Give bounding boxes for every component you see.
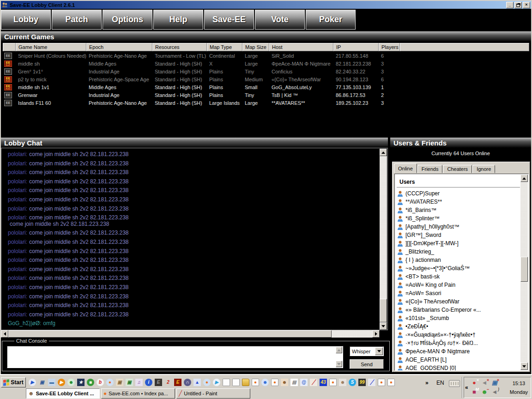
media-player-orange-icon[interactable]: ▶ (58, 379, 65, 386)
menu-options[interactable]: Options (103, 10, 152, 30)
blue-statue-icon[interactable]: ▲ (193, 379, 201, 386)
chat-input[interactable] (7, 346, 343, 368)
info-icon[interactable]: i (145, 379, 152, 386)
user-list-item[interactable]: *iß_Barins™ (397, 206, 520, 214)
user-list-item[interactable]: <BT> basti-sk (397, 272, 520, 281)
menu-lobby[interactable]: Lobby (1, 10, 51, 30)
user-list-item[interactable]: [GR™]_Sword (397, 231, 520, 239)
game-row[interactable]: p2 ty to mick Prehistoric Age-Space Age … (3, 75, 529, 83)
user-list-item[interactable]: ΦpeAce-MAN Φ Nigtmare (397, 347, 520, 356)
menu-poker[interactable]: Poker (306, 10, 356, 30)
green-window-icon[interactable]: ▣ (126, 379, 133, 386)
document-icon[interactable] (223, 379, 230, 386)
user-list-item[interactable]: AOE_GODSEND [0] (397, 364, 520, 371)
taskbar-window-lobby-client[interactable]: ☻ Save-EE Lobby Client ... (26, 388, 100, 399)
user-list-item[interactable]: -×«Ğuąяdiąиŝ»×-†•ÿąñкĕε•† (397, 331, 520, 339)
tab-cheaters[interactable]: Cheaters (443, 165, 472, 173)
document-2-icon[interactable] (232, 379, 240, 386)
ee-emblem-icon[interactable]: E (155, 379, 162, 386)
column-header[interactable]: IP (333, 43, 379, 51)
user-list-item[interactable]: «{Co}» TheArseofWar (397, 297, 520, 306)
star-flag-icon[interactable]: ★ (77, 379, 85, 386)
users-scrollbar[interactable] (520, 175, 528, 370)
restore-button[interactable] (514, 2, 522, 8)
column-header[interactable]: Resources (152, 43, 207, 51)
tab-friends[interactable]: Friends (417, 165, 443, 173)
firefox-2-icon[interactable]: ● (203, 379, 211, 386)
headphones-icon[interactable]: ∩ (184, 379, 191, 386)
cd-43-icon[interactable]: 43 (320, 379, 327, 386)
my-computer-icon[interactable]: ▣ (38, 379, 46, 386)
firefox-icon[interactable]: ● (106, 379, 114, 386)
skype-icon[interactable]: S (349, 379, 356, 386)
menu-help[interactable]: Help (153, 10, 203, 30)
scroll-right-button[interactable] (372, 330, 380, 338)
user-busy-icon[interactable]: ☻− (481, 388, 488, 395)
column-header[interactable] (400, 43, 529, 51)
firefox-doc-icon[interactable]: ● (252, 379, 259, 386)
user-list-item[interactable]: _Blitzkrieg_ (397, 248, 520, 256)
send-button[interactable]: Send (350, 359, 384, 369)
taskbar-window-paint[interactable]: ╱ Untitled - Paint (176, 388, 250, 399)
close-button[interactable]: × (523, 2, 530, 8)
scroll-thumb[interactable] (380, 299, 387, 322)
scroll-up-button[interactable] (380, 149, 387, 156)
scroll-left-button[interactable] (1, 330, 8, 338)
show-desktop-icon[interactable]: ▬ (48, 379, 55, 386)
game-row[interactable]: middle sh 1v1 Middle Ages Standard - Hig… (3, 83, 529, 91)
user-list-item[interactable]: =AoW= King of Pain (397, 281, 520, 289)
game-row[interactable]: Sniper Hunt (Colours Needed) Prehistoric… (3, 52, 529, 60)
icq-99-icon[interactable]: 99 (358, 379, 366, 386)
channel-dropdown-button[interactable] (375, 347, 383, 355)
quick-launch-overflow-chevron[interactable]: » (425, 380, 429, 386)
start-button[interactable]: Start (1, 377, 26, 387)
user-list-item[interactable]: { I } actionman (397, 256, 520, 264)
msn-messenger-icon[interactable]: ☻ (67, 379, 75, 386)
column-header[interactable]: Host (269, 43, 333, 51)
column-header[interactable]: Players (379, 43, 400, 51)
purple-music-icon[interactable]: ♫ (135, 379, 143, 386)
user-list-item[interactable]: =AoW= Sasori (397, 289, 520, 297)
firefox-doc-4-icon[interactable]: ● (378, 379, 385, 386)
user-list-item[interactable]: «» Bärbarians Co-Emperor «... (397, 306, 520, 314)
messenger-icon[interactable]: ☻ (261, 379, 269, 386)
miranda-m-icon[interactable]: ■M (471, 388, 478, 395)
red-b-icon[interactable]: b (97, 379, 104, 386)
pen-icon[interactable]: ╱ (368, 379, 375, 386)
volume-icon[interactable]: ◄) (491, 388, 498, 395)
volume-muted-icon[interactable]: ◄× (481, 379, 488, 386)
column-header[interactable]: Map Type (207, 43, 242, 51)
game-row[interactable]: Grenwar Industrial Age Standard - High (… (3, 91, 529, 99)
gimp-icon[interactable]: ☻ (339, 379, 346, 386)
game-row[interactable]: Gren° 1v1° Industrial Age Standard - Hig… (3, 67, 529, 75)
tab-online[interactable]: Online (394, 163, 417, 173)
tab-ignore[interactable]: Ignore (472, 165, 495, 173)
user-list-item[interactable]: «101st» _Scrumb (397, 314, 520, 322)
game-row[interactable]: middle sh Middle Ages Standard - High (S… (3, 60, 529, 67)
column-header[interactable]: Epoch (86, 43, 152, 51)
keyboard-icon[interactable] (449, 380, 460, 387)
user-list-item[interactable]: ·×†ɾʊ ĦÍŝЬĂŋÔş ɾʊ†×· ĐĕŊ... (397, 339, 520, 347)
notepad-icon[interactable]: ▤ (290, 379, 298, 386)
address-book-icon[interactable]: ▣ (116, 379, 123, 386)
language-indicator[interactable]: EN (436, 380, 444, 386)
contacts-icon[interactable]: ☻ (281, 379, 288, 386)
user-list-item[interactable]: •ZeĐĬĄ€• (397, 322, 520, 331)
user-list-item[interactable]: **AVATARES** (397, 198, 520, 206)
windows-green-icon[interactable]: ■ (87, 379, 94, 386)
channel-select[interactable]: Whisper (350, 346, 384, 356)
scroll-thumb[interactable] (520, 257, 528, 282)
input-scroll-down-button[interactable] (336, 361, 342, 367)
firefox-doc-3-icon[interactable]: ● (329, 379, 337, 386)
column-header[interactable] (3, 43, 16, 51)
mail-compose-icon[interactable]: @ (300, 379, 308, 386)
scroll-down-button[interactable] (520, 363, 528, 370)
scroll-down-button[interactable] (380, 322, 387, 330)
folder-icon[interactable] (242, 379, 249, 386)
menu-save-ee[interactable]: Save-EE (204, 10, 254, 30)
chat-vertical-scrollbar[interactable] (380, 149, 387, 330)
user-list-item[interactable]: [Apathy]_h0llygh0st™ (397, 223, 520, 231)
error-status-icon[interactable]: ●× (471, 379, 478, 386)
tray-chevron[interactable]: « (465, 384, 468, 391)
scroll-up-button[interactable] (520, 175, 528, 182)
